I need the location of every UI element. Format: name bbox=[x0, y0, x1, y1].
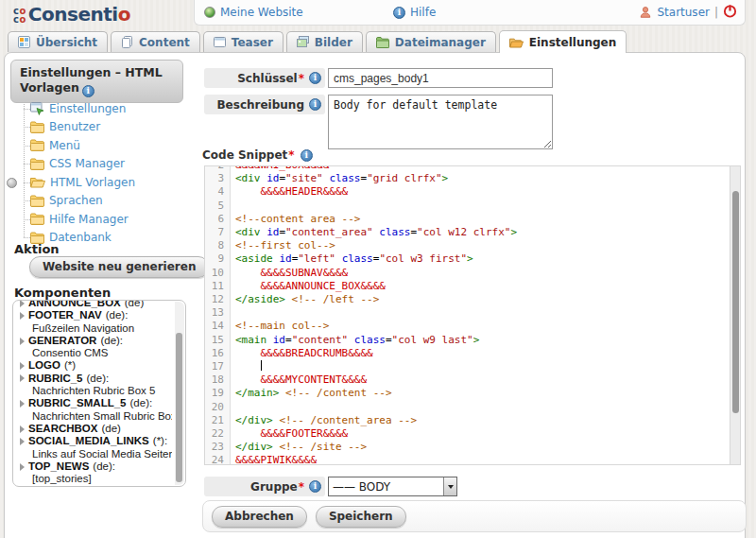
logout-button[interactable] bbox=[723, 4, 737, 21]
code-line[interactable]: 15<main id="content" class="col w9 last"… bbox=[205, 334, 729, 347]
editor-scrollbar[interactable] bbox=[730, 166, 740, 464]
sidebar-item-einstellungen[interactable]: Einstellungen bbox=[10, 99, 192, 118]
code-line[interactable]: 3<div id="site" class="grid clrfx"> bbox=[205, 172, 729, 185]
expander-triangle-icon[interactable] bbox=[20, 374, 25, 382]
content-copy-icon bbox=[121, 36, 133, 48]
cancel-button[interactable]: Abbrechen bbox=[212, 506, 307, 528]
code-line[interactable]: 17 bbox=[205, 360, 729, 373]
expander-triangle-icon[interactable] bbox=[20, 362, 25, 370]
expander-triangle-icon[interactable] bbox=[20, 338, 25, 345]
beschreibung-textarea[interactable]: Body for default template bbox=[328, 95, 553, 149]
scrollbar-thumb[interactable] bbox=[176, 333, 182, 482]
sidebar-item-sprachen[interactable]: Sprachen bbox=[10, 192, 192, 211]
line-number: 14 bbox=[205, 320, 231, 333]
expander-triangle-icon[interactable] bbox=[20, 312, 25, 320]
tab-bilder[interactable]: Bilder bbox=[286, 31, 363, 52]
sidebar-item-html-vorlagen[interactable]: HTML Vorlagen bbox=[10, 173, 192, 192]
code-line[interactable]: 11 &&&&ANNOUNCE_BOX&&&& bbox=[205, 280, 729, 293]
editor-content: 2&&&&WAI_BOX&&&&3<div id="site" class="g… bbox=[205, 165, 729, 465]
user-link[interactable]: Startuser bbox=[657, 6, 710, 19]
komponente-lang: (de): bbox=[93, 460, 115, 473]
code-text: </main> <!-- /content --> bbox=[231, 387, 392, 400]
schluessel-input[interactable] bbox=[328, 68, 553, 88]
expander-triangle-icon[interactable] bbox=[20, 425, 25, 433]
folder-icon bbox=[30, 139, 44, 151]
code-text: &&&&MYCONTENT&&&& bbox=[231, 373, 367, 387]
code-line[interactable]: 13 bbox=[205, 306, 729, 320]
code-line[interactable]: 7<div id="content_area" class="col w12 c… bbox=[205, 226, 729, 239]
expander-triangle-icon[interactable] bbox=[20, 300, 25, 307]
komponenten-item[interactable]: SEARCHBOX (de) bbox=[20, 423, 172, 435]
site-link-label: Meine Website bbox=[220, 6, 303, 19]
scrollbar-thumb[interactable] bbox=[732, 191, 739, 413]
aktion-heading: Aktion bbox=[14, 242, 60, 256]
komponenten-item[interactable]: RUBRIC_SMALL_5 (de):Nachrichten Small Ru… bbox=[20, 397, 172, 423]
sidebar-item-menue[interactable]: Menü bbox=[10, 136, 192, 155]
info-icon[interactable] bbox=[309, 480, 321, 493]
komponenten-item[interactable]: LOGO (*) bbox=[20, 359, 172, 372]
komponenten-item[interactable]: GENERATOR (de):Consentio CMS bbox=[20, 335, 172, 360]
code-editor[interactable]: 2&&&&WAI_BOX&&&&3<div id="site" class="g… bbox=[204, 165, 741, 465]
komponenten-item[interactable]: TOP_NEWS (de):[top_stories] bbox=[20, 460, 172, 486]
komponenten-item[interactable]: RUBRIC_5 (de):Nachrichten Rubric Box 5 bbox=[20, 373, 172, 398]
code-line[interactable]: 19</main> <!-- /content --> bbox=[205, 387, 729, 400]
code-line[interactable]: 6<!--content area --> bbox=[205, 213, 729, 226]
komponente-name: TOP_NEWS bbox=[28, 460, 89, 473]
chevron-down-icon[interactable] bbox=[443, 477, 456, 495]
line-number: 24 bbox=[205, 454, 231, 465]
code-line[interactable]: 18 &&&&MYCONTENT&&&& bbox=[205, 373, 729, 387]
code-line[interactable]: 9<aside id="left" class="col w3 first"> bbox=[205, 252, 729, 266]
save-button[interactable]: Speichern bbox=[316, 506, 406, 528]
komponenten-item[interactable]: ANNOUNCE_BOX (de) bbox=[20, 300, 172, 309]
code-line[interactable]: 5 bbox=[205, 200, 729, 213]
code-line[interactable]: 21</div> <!-- /content_area --> bbox=[205, 414, 729, 427]
sidebar-item-benutzer[interactable]: Benutzer bbox=[10, 118, 192, 137]
code-line[interactable]: 16 &&&&BREADCRUMB&&&& bbox=[205, 347, 729, 360]
code-line[interactable]: 23</div> <!-- /site --> bbox=[205, 441, 729, 454]
separator: | bbox=[714, 6, 718, 19]
info-icon[interactable] bbox=[309, 72, 321, 84]
code-line[interactable]: 14<!--main col--> bbox=[205, 320, 729, 333]
komponenten-scrollbar[interactable] bbox=[175, 302, 184, 485]
tab-label: Teaser bbox=[232, 36, 273, 49]
line-number: 5 bbox=[205, 200, 231, 213]
code-line[interactable]: 22 &&&&FOOTER&&&& bbox=[205, 427, 729, 441]
line-number: 3 bbox=[205, 172, 231, 185]
expander-triangle-icon[interactable] bbox=[20, 438, 25, 445]
komponente-desc: [top_stories] bbox=[20, 473, 172, 485]
code-line[interactable]: 8<!--first col--> bbox=[205, 239, 729, 252]
code-line[interactable]: 24&&&&PIWIK&&&& bbox=[205, 454, 729, 465]
line-number: 10 bbox=[205, 267, 231, 280]
expander-triangle-icon[interactable] bbox=[20, 400, 25, 408]
line-number: 17 bbox=[205, 360, 231, 373]
code-line[interactable]: 12</aside> <!-- /left --> bbox=[205, 293, 729, 306]
tab-uebersicht[interactable]: Übersicht bbox=[8, 31, 108, 52]
gruppe-select[interactable]: —— BODY bbox=[328, 477, 457, 496]
komponente-name: FOOTER_NAV bbox=[28, 309, 102, 321]
top-bar: Meine Website Hilfe Startuser | bbox=[194, 0, 746, 26]
site-link[interactable]: Meine Website bbox=[204, 6, 303, 19]
logo-text: Consentio bbox=[28, 5, 130, 24]
tab-dateimanager[interactable]: Dateimanager bbox=[366, 31, 496, 52]
user-box: Startuser | bbox=[639, 4, 737, 21]
komponenten-item[interactable]: FOOTER_NAV (de):Fußzeilen Navigation bbox=[20, 309, 172, 335]
code-line[interactable]: 20 bbox=[205, 401, 729, 414]
komponente-lang: (de) bbox=[101, 423, 120, 435]
sidebar-item-css-manager[interactable]: CSS Manager bbox=[10, 155, 192, 174]
code-line[interactable]: 4 &&&&HEADER&&&& bbox=[205, 185, 729, 199]
komponenten-item[interactable]: SOCIAL_MEDIA_LINKS (*):Links auf Social … bbox=[20, 435, 172, 460]
tab-content[interactable]: Content bbox=[111, 31, 200, 52]
help-link[interactable]: Hilfe bbox=[393, 6, 436, 19]
expander-triangle-icon[interactable] bbox=[20, 463, 25, 471]
info-icon[interactable] bbox=[301, 149, 313, 162]
tab-einstellungen[interactable]: Einstellungen bbox=[499, 30, 627, 53]
code-line[interactable]: 10 &&&&SUBNAV&&&& bbox=[205, 267, 729, 280]
info-icon[interactable] bbox=[82, 85, 94, 97]
code-line[interactable]: 2&&&&WAI_BOX&&&& bbox=[205, 165, 729, 172]
tab-teaser[interactable]: Teaser bbox=[203, 31, 284, 52]
info-icon[interactable] bbox=[309, 98, 321, 111]
sidebar-item-hilfe-manager[interactable]: Hilfe Manager bbox=[10, 210, 192, 229]
line-number: 18 bbox=[205, 373, 231, 387]
generate-website-button[interactable]: Website neu generieren bbox=[29, 256, 209, 278]
logo-mark: coco bbox=[13, 7, 26, 24]
